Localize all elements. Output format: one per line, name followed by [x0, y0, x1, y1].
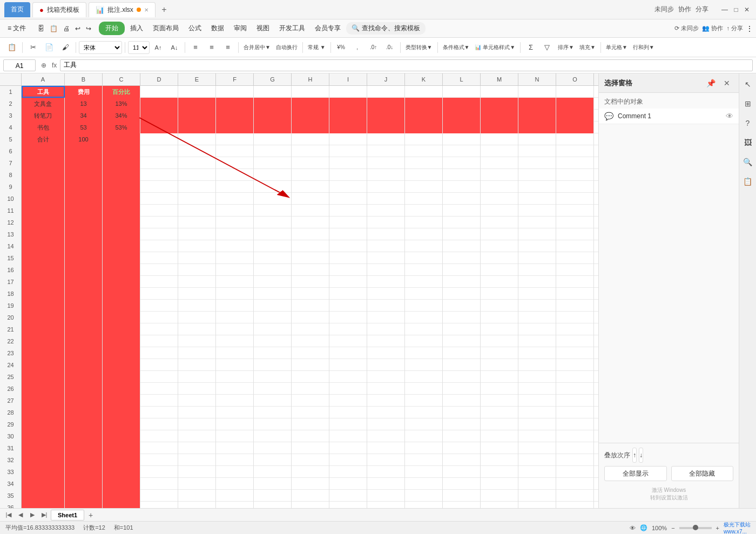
- cell-col6-15[interactable]: [216, 252, 254, 264]
- cell-col11-34[interactable]: [405, 478, 443, 490]
- cell-a23[interactable]: [22, 347, 65, 359]
- cell-col5-11[interactable]: [178, 205, 216, 217]
- cell-o2[interactable]: [556, 98, 594, 110]
- cell-col10-26[interactable]: [367, 383, 405, 395]
- cell-col4-30[interactable]: [140, 430, 178, 442]
- cell-col14-28[interactable]: [518, 407, 556, 418]
- cell-col13-26[interactable]: [481, 383, 518, 395]
- cell-c13[interactable]: [103, 228, 140, 240]
- cell-col4-29[interactable]: [140, 418, 178, 430]
- cell-col9-8[interactable]: [329, 169, 367, 181]
- cell-h5[interactable]: [292, 133, 329, 145]
- cell-col7-29[interactable]: [254, 418, 292, 430]
- cell-col15-19[interactable]: [556, 300, 594, 312]
- cell-k4[interactable]: [405, 121, 443, 133]
- cell-n4[interactable]: [518, 121, 556, 133]
- cell-b5[interactable]: 100: [65, 133, 103, 145]
- cell-col15-25[interactable]: [556, 371, 594, 383]
- cell-col7-22[interactable]: [254, 335, 292, 347]
- cell-col13-25[interactable]: [481, 371, 518, 383]
- cell-col15-17[interactable]: [556, 276, 594, 288]
- panel-pin-btn[interactable]: 📌: [704, 77, 717, 90]
- cell-col5-6[interactable]: [178, 145, 216, 157]
- cell-b24[interactable]: [65, 359, 103, 371]
- cell-col5-24[interactable]: [178, 359, 216, 371]
- cell-col6-32[interactable]: [216, 454, 254, 466]
- cell-col11-23[interactable]: [405, 347, 443, 359]
- cell-col7-35[interactable]: [254, 490, 292, 502]
- cell-col8-32[interactable]: [292, 454, 329, 466]
- cell-col13-27[interactable]: [481, 395, 518, 407]
- cell-col4-11[interactable]: [140, 205, 178, 217]
- cell-col14-8[interactable]: [518, 169, 556, 181]
- add-tab-btn[interactable]: +: [158, 3, 171, 16]
- cell-col8-29[interactable]: [292, 418, 329, 430]
- cell-col4-20[interactable]: [140, 312, 178, 323]
- panel-icon-1[interactable]: ⊞: [741, 97, 754, 110]
- cell-col9-12[interactable]: [329, 217, 367, 228]
- cell-col9-13[interactable]: [329, 228, 367, 240]
- cell-col11-17[interactable]: [405, 276, 443, 288]
- cell-col11-7[interactable]: [405, 157, 443, 169]
- cell-col9-24[interactable]: [329, 359, 367, 371]
- cell-col14-7[interactable]: [518, 157, 556, 169]
- cell-a11[interactable]: [22, 205, 65, 217]
- cell-b28[interactable]: [65, 407, 103, 418]
- cell-col11-36[interactable]: [405, 502, 443, 508]
- cell-col7-12[interactable]: [254, 217, 292, 228]
- cell-col9-30[interactable]: [329, 430, 367, 442]
- cell-col13-30[interactable]: [481, 430, 518, 442]
- cell-col12-10[interactable]: [443, 193, 481, 205]
- tab-home[interactable]: 首页: [4, 2, 30, 17]
- cell-col13-22[interactable]: [481, 335, 518, 347]
- cell-col15-30[interactable]: [556, 430, 594, 442]
- cell-col15-21[interactable]: [556, 323, 594, 335]
- cell-col11-24[interactable]: [405, 359, 443, 371]
- order-down-btn[interactable]: ↓: [639, 448, 643, 463]
- cell-col8-30[interactable]: [292, 430, 329, 442]
- cell-col5-16[interactable]: [178, 264, 216, 276]
- cell-col8-23[interactable]: [292, 347, 329, 359]
- col-header-j[interactable]: J: [367, 73, 405, 85]
- cell-col10-31[interactable]: [367, 442, 405, 454]
- cell-col12-12[interactable]: [443, 217, 481, 228]
- percent-btn[interactable]: ¥%: [334, 40, 349, 55]
- cell-a21[interactable]: [22, 323, 65, 335]
- cell-o5[interactable]: [556, 133, 594, 145]
- cell-col7-33[interactable]: [254, 466, 292, 478]
- cell-col11-15[interactable]: [405, 252, 443, 264]
- cell-col15-18[interactable]: [556, 288, 594, 300]
- col-header-d[interactable]: D: [140, 73, 178, 85]
- cell-h2[interactable]: [292, 98, 329, 110]
- cell-col11-22[interactable]: [405, 335, 443, 347]
- cell-a28[interactable]: [22, 407, 65, 418]
- cell-a16[interactable]: [22, 264, 65, 276]
- zoom-icon[interactable]: ⊕: [39, 62, 49, 69]
- cell-b10[interactable]: [65, 193, 103, 205]
- cell-col14-11[interactable]: [518, 205, 556, 217]
- merge-btn[interactable]: 合并居中▼: [241, 40, 273, 55]
- cell-a3[interactable]: 转笔刀: [22, 110, 65, 121]
- cell-col9-7[interactable]: [329, 157, 367, 169]
- cell-col12-34[interactable]: [443, 478, 481, 490]
- cell-col14-30[interactable]: [518, 430, 556, 442]
- cell-col7-34[interactable]: [254, 478, 292, 490]
- minimize-btn[interactable]: —: [719, 6, 730, 13]
- cell-a32[interactable]: [22, 454, 65, 466]
- menu-search[interactable]: 🔍 查找命令、搜索模板: [346, 22, 425, 35]
- cell-col8-28[interactable]: [292, 407, 329, 418]
- cell-col13-16[interactable]: [481, 264, 518, 276]
- cell-col10-11[interactable]: [367, 205, 405, 217]
- print-icon[interactable]: 🖨: [61, 24, 72, 33]
- cell-a34[interactable]: [22, 478, 65, 490]
- cell-col8-13[interactable]: [292, 228, 329, 240]
- cell-col9-34[interactable]: [329, 478, 367, 490]
- save-icon[interactable]: 🗄: [36, 24, 46, 33]
- cell-col7-20[interactable]: [254, 312, 292, 323]
- cell-col8-24[interactable]: [292, 359, 329, 371]
- tab-close-btn[interactable]: ✕: [144, 7, 148, 13]
- cell-j2[interactable]: [367, 98, 405, 110]
- cell-col15-20[interactable]: [556, 312, 594, 323]
- cell-col11-28[interactable]: [405, 407, 443, 418]
- cell-b36[interactable]: [65, 502, 103, 508]
